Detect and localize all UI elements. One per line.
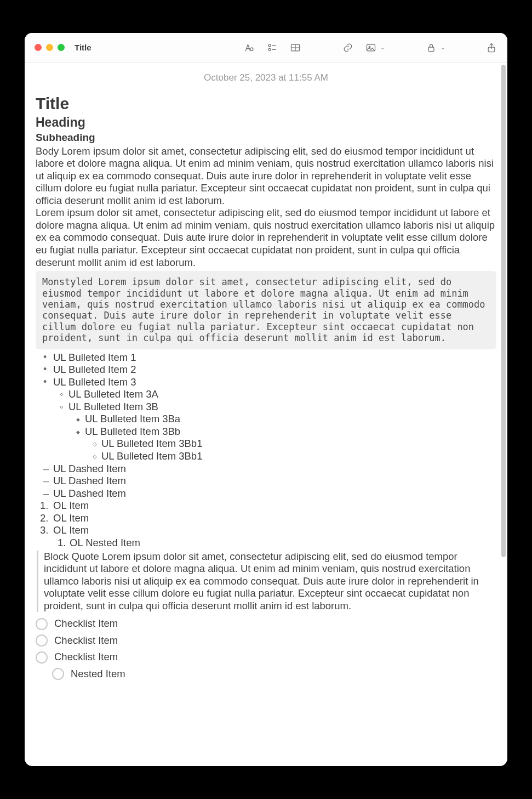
list-item: UL Bulleted Item 3Bb1 xyxy=(36,438,496,450)
checklist-item-label: Checklist Item xyxy=(54,651,118,664)
list-item: UL Bulleted Item 3 xyxy=(36,376,496,389)
note-body-scroll[interactable]: October 25, 2023 at 11:55 AM Title Headi… xyxy=(25,63,507,766)
bulleted-list-nested-2[interactable]: UL Bulleted Item 3Ba UL Bulleted Item 3B… xyxy=(36,413,496,438)
svg-point-2 xyxy=(268,48,271,50)
body-paragraph-1[interactable]: Body Lorem ipsum dolor sit amet, consect… xyxy=(36,145,496,207)
svg-point-0 xyxy=(268,44,271,46)
checklist[interactable]: Checklist Item Checklist Item Checklist … xyxy=(36,615,496,682)
table-icon[interactable] xyxy=(289,42,301,54)
media-icon[interactable] xyxy=(365,42,377,54)
toolbar: ⌄ ⌄ xyxy=(243,42,497,54)
checkbox-icon[interactable] xyxy=(36,618,48,630)
list-item-label: UL Dashed Item xyxy=(53,463,126,474)
list-item-label: UL Bulleted Item 3Bb xyxy=(85,426,180,437)
list-item: OL Item xyxy=(36,524,496,537)
list-item: UL Dashed Item xyxy=(36,475,496,488)
checklist-item-label: Checklist Item xyxy=(54,617,118,630)
notes-window: Title ⌄ xyxy=(25,33,507,766)
checklist-item-nested: Nested Item xyxy=(36,666,496,683)
dashed-list[interactable]: UL Dashed Item UL Dashed Item UL Dashed … xyxy=(36,463,496,500)
list-item: UL Bulleted Item 3Ba xyxy=(36,413,496,426)
list-item-label: OL Item xyxy=(53,512,89,524)
list-item: UL Bulleted Item 3A xyxy=(36,388,496,401)
list-item-label: OL Nested Item xyxy=(70,537,140,548)
checkbox-icon[interactable] xyxy=(52,668,64,680)
checklist-item-label: Checklist Item xyxy=(54,634,118,647)
ordered-list[interactable]: OL Item OL Item OL Item xyxy=(36,500,496,537)
note-subheading[interactable]: Subheading xyxy=(36,131,496,144)
checklist-item: Checklist Item xyxy=(36,632,496,649)
bulleted-list-nested[interactable]: UL Bulleted Item 3A UL Bulleted Item 3B xyxy=(36,388,496,413)
bulleted-list-nested-3[interactable]: UL Bulleted Item 3Bb1 UL Bulleted Item 3… xyxy=(36,438,496,462)
checkbox-icon[interactable] xyxy=(36,634,48,647)
content-area: October 25, 2023 at 11:55 AM Title Headi… xyxy=(25,63,507,766)
checklist-item-label: Nested Item xyxy=(71,668,125,681)
list-item-label: UL Bulleted Item 3Ba xyxy=(85,413,180,424)
vertical-scrollbar[interactable] xyxy=(501,65,506,557)
lock-icon[interactable] xyxy=(425,42,437,54)
list-item: UL Bulleted Item 1 xyxy=(36,352,496,364)
share-icon[interactable] xyxy=(485,42,497,54)
list-item-label: UL Bulleted Item 3 xyxy=(53,376,136,388)
window-title: Title xyxy=(75,43,91,52)
zoom-window-button[interactable] xyxy=(58,44,65,51)
checklist-item: Checklist Item xyxy=(36,649,496,666)
monostyled-block[interactable]: Monstyled Lorem ipsum dolor sit amet, co… xyxy=(36,271,496,349)
lock-chevron-icon[interactable]: ⌄ xyxy=(441,44,445,50)
link-icon[interactable] xyxy=(342,42,354,54)
list-item: OL Nested Item xyxy=(36,537,496,549)
checkbox-icon[interactable] xyxy=(36,651,48,664)
note-title[interactable]: Title xyxy=(36,94,496,114)
minimize-window-button[interactable] xyxy=(46,44,53,51)
body-paragraph-2[interactable]: Lorem ipsum dolor sit amet, consectetur … xyxy=(36,207,496,269)
close-window-button[interactable] xyxy=(35,44,42,51)
svg-rect-9 xyxy=(428,47,434,52)
list-item: OL Item xyxy=(36,512,496,525)
list-item: OL Item xyxy=(36,500,496,512)
list-item-label: OL Item xyxy=(53,524,89,536)
ordered-list-nested[interactable]: OL Nested Item xyxy=(36,537,496,549)
note-timestamp: October 25, 2023 at 11:55 AM xyxy=(36,72,496,84)
titlebar: Title ⌄ xyxy=(25,33,507,63)
list-item-label: UL Bulleted Item 3Bb1 xyxy=(101,450,202,462)
checklist-item: Checklist Item xyxy=(36,615,496,632)
checklist-icon[interactable] xyxy=(266,42,278,54)
media-chevron-icon[interactable]: ⌄ xyxy=(380,44,385,50)
list-item: UL Dashed Item xyxy=(36,463,496,475)
list-item: UL Dashed Item xyxy=(36,488,496,500)
list-item: UL Bulleted Item 3B xyxy=(36,401,496,413)
format-text-icon[interactable] xyxy=(243,42,255,54)
list-item: UL Bulleted Item 3Bb xyxy=(36,426,496,438)
list-item-label: UL Bulleted Item 3B xyxy=(68,401,158,412)
list-item-label: UL Bulleted Item 3A xyxy=(68,388,158,400)
list-item-label: UL Dashed Item xyxy=(53,488,126,499)
window-controls xyxy=(35,44,65,51)
note-heading[interactable]: Heading xyxy=(36,115,496,130)
list-item: UL Bulleted Item 2 xyxy=(36,364,496,376)
list-item-label: UL Bulleted Item 1 xyxy=(53,352,136,363)
list-item-label: UL Bulleted Item 3Bb1 xyxy=(101,438,202,449)
list-item-label: UL Bulleted Item 2 xyxy=(53,364,136,375)
bulleted-list[interactable]: UL Bulleted Item 1 UL Bulleted Item 2 UL… xyxy=(36,352,496,389)
list-item: UL Bulleted Item 3Bb1 xyxy=(36,450,496,463)
list-item-label: OL Item xyxy=(53,500,89,511)
block-quote[interactable]: Block Quote Lorem ipsum dolor sit amet, … xyxy=(37,551,496,613)
list-item-label: UL Dashed Item xyxy=(53,475,126,486)
